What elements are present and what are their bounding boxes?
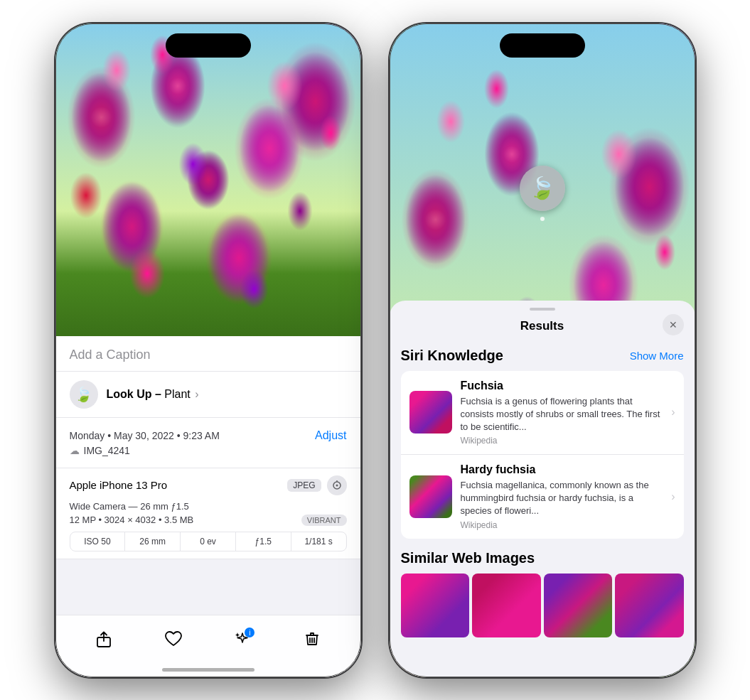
hardy-fuchsia-text: Hardy fuchsia Fuchsia magellanica, commo… bbox=[461, 463, 663, 530]
left-phone: Add a Caption 🍃 Look Up – Plant › Monday… bbox=[55, 23, 361, 677]
similar-section: Similar Web Images bbox=[401, 550, 684, 637]
camera-details: Wide Camera — 26 mm ƒ1.5 bbox=[70, 501, 347, 512]
right-notch bbox=[500, 33, 585, 58]
siri-leaf-icon: 🍃 bbox=[529, 176, 555, 200]
siri-knowledge-title: Siri Knowledge bbox=[401, 348, 503, 364]
exif-row: ISO 50 26 mm 0 ev ƒ1.5 1/181 s bbox=[70, 532, 347, 551]
fuchsia-thumbnail bbox=[409, 391, 452, 434]
camera-specs: 12 MP • 3024 × 4032 • 3.5 MB VIBRANT bbox=[70, 515, 347, 526]
results-header: Results ✕ bbox=[390, 311, 695, 339]
hardy-fuchsia-thumb-img bbox=[409, 475, 452, 518]
similar-title: Similar Web Images bbox=[401, 550, 684, 566]
results-close-button[interactable]: ✕ bbox=[663, 314, 684, 335]
svg-point-1 bbox=[336, 484, 338, 486]
info-badge: i bbox=[245, 628, 255, 637]
fuchsia-name: Fuchsia bbox=[461, 379, 663, 392]
favorite-button[interactable] bbox=[158, 623, 189, 655]
notch bbox=[166, 33, 251, 58]
lookup-row[interactable]: 🍃 Look Up – Plant › bbox=[55, 372, 361, 418]
fuchsia-source: Wikipedia bbox=[461, 436, 663, 446]
results-panel: Results ✕ Siri Knowledge Show More bbox=[390, 301, 695, 677]
info-button[interactable]: i bbox=[227, 623, 258, 655]
similar-images-grid bbox=[401, 574, 684, 637]
similar-image-4[interactable] bbox=[615, 574, 684, 637]
lookup-icon-circle: 🍃 bbox=[70, 380, 98, 409]
results-body: Siri Knowledge Show More Fuchsia Fuchsia… bbox=[390, 339, 695, 643]
filename: IMG_4241 bbox=[84, 445, 130, 456]
caption-placeholder[interactable]: Add a Caption bbox=[70, 348, 151, 362]
exif-iso: ISO 50 bbox=[70, 532, 126, 551]
hardy-fuchsia-name: Hardy fuchsia bbox=[461, 463, 663, 476]
hardy-fuchsia-thumbnail bbox=[409, 475, 452, 518]
camera-model: Apple iPhone 13 Pro bbox=[70, 479, 168, 491]
camera-model-row: Apple iPhone 13 Pro JPEG bbox=[70, 475, 347, 495]
vibrant-badge: VIBRANT bbox=[301, 515, 347, 526]
fuchsia-thumb-img bbox=[409, 391, 452, 434]
knowledge-card: Fuchsia Fuchsia is a genus of flowering … bbox=[401, 371, 684, 539]
lookup-text[interactable]: Look Up – Plant › bbox=[107, 388, 199, 401]
exif-aperture: ƒ1.5 bbox=[236, 532, 291, 551]
camera-specs-text: 12 MP • 3024 × 4032 • 3.5 MB bbox=[70, 515, 194, 525]
leaf-icon: 🍃 bbox=[75, 386, 92, 403]
photo-info-section: Monday • May 30, 2022 • 9:23 AM Adjust ☁… bbox=[55, 418, 361, 468]
exif-ev: 0 ev bbox=[181, 532, 236, 551]
trash-icon bbox=[304, 630, 321, 647]
location-badge bbox=[327, 475, 347, 495]
flower-image[interactable] bbox=[55, 23, 361, 336]
share-button[interactable] bbox=[88, 623, 119, 655]
delete-button[interactable] bbox=[296, 623, 328, 655]
similar-image-1[interactable] bbox=[401, 574, 470, 637]
photo-filename-row: ☁ IMG_4241 bbox=[70, 445, 347, 456]
photo-date-row: Monday • May 30, 2022 • 9:23 AM Adjust bbox=[70, 429, 347, 442]
results-title: Results bbox=[520, 319, 564, 333]
badges-row: JPEG bbox=[287, 475, 346, 495]
hardy-fuchsia-source: Wikipedia bbox=[461, 520, 663, 530]
similar-image-3[interactable] bbox=[544, 574, 613, 637]
right-phone: 🍃 Results ✕ Siri Knowledge Show More bbox=[390, 23, 695, 677]
knowledge-item-fuchsia[interactable]: Fuchsia Fuchsia is a genus of flowering … bbox=[401, 371, 684, 456]
hardy-fuchsia-description: Fuchsia magellanica, commonly known as t… bbox=[461, 479, 663, 518]
siri-lookup-button[interactable]: 🍃 bbox=[520, 166, 565, 211]
flower-overlay bbox=[55, 23, 361, 336]
lookup-chevron: › bbox=[195, 388, 198, 400]
show-more-button[interactable]: Show More bbox=[630, 350, 684, 362]
cloud-icon: ☁ bbox=[70, 445, 80, 456]
similar-image-2[interactable] bbox=[472, 574, 541, 637]
photo-detail-content: Add a Caption 🍃 Look Up – Plant › Monday… bbox=[55, 336, 361, 559]
exif-focal: 26 mm bbox=[125, 532, 181, 551]
knowledge-item-hardy-fuchsia[interactable]: Hardy fuchsia Fuchsia magellanica, commo… bbox=[401, 455, 684, 539]
share-icon bbox=[95, 630, 112, 647]
left-screen: Add a Caption 🍃 Look Up – Plant › Monday… bbox=[55, 23, 361, 677]
heart-icon bbox=[164, 630, 183, 647]
camera-info-section: Apple iPhone 13 Pro JPEG bbox=[55, 468, 361, 559]
adjust-button[interactable]: Adjust bbox=[315, 429, 346, 442]
right-screen: 🍃 Results ✕ Siri Knowledge Show More bbox=[390, 23, 695, 677]
fuchsia-chevron: › bbox=[671, 406, 675, 419]
info-icon-wrapper: i bbox=[233, 630, 252, 647]
fuchsia-text: Fuchsia Fuchsia is a genus of flowering … bbox=[461, 379, 663, 446]
hardy-fuchsia-chevron: › bbox=[671, 490, 675, 503]
phones-container: Add a Caption 🍃 Look Up – Plant › Monday… bbox=[41, 9, 709, 691]
fuchsia-description: Fuchsia is a genus of flowering plants t… bbox=[461, 395, 663, 434]
jpeg-badge: JPEG bbox=[287, 479, 321, 492]
exif-shutter: 1/181 s bbox=[291, 532, 346, 551]
photo-date: Monday • May 30, 2022 • 9:23 AM bbox=[70, 430, 220, 441]
caption-area[interactable]: Add a Caption bbox=[55, 336, 361, 372]
home-bar bbox=[162, 668, 255, 672]
siri-knowledge-header: Siri Knowledge Show More bbox=[401, 348, 684, 364]
siri-dot bbox=[540, 217, 545, 221]
